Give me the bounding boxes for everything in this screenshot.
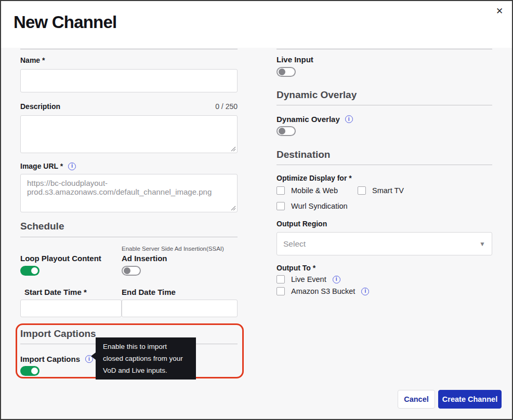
wurl-syndication-label: Wurl Syndication [291, 202, 348, 210]
resize-handle-icon[interactable] [230, 146, 236, 152]
dynamic-overlay-label: Dynamic Overlay [277, 115, 340, 124]
live-event-checkbox[interactable] [277, 275, 285, 283]
output-region-selected-value: Select [283, 239, 306, 249]
divider [277, 105, 492, 105]
description-textarea[interactable] [20, 115, 238, 153]
live-event-label: Live Event [291, 275, 326, 283]
toggle-knob [124, 267, 130, 274]
form-left-column: Name * Description 0 / 250 Image URL * i… [20, 48, 238, 378]
divider [20, 237, 238, 237]
optimize-display-label: Optimize Display for * [277, 174, 492, 182]
info-icon[interactable]: i [68, 162, 76, 170]
create-channel-button[interactable]: Create Channel [438, 390, 502, 409]
info-icon[interactable]: i [361, 288, 369, 295]
cancel-button[interactable]: Cancel [398, 390, 435, 409]
import-captions-label: Import Captions [20, 355, 80, 363]
dynamic-overlay-section-title: Dynamic Overlay [277, 89, 492, 101]
divider [20, 49, 238, 49]
form-right-column: Live Input Dynamic Overlay Dynamic Overl… [277, 48, 492, 295]
import-captions-toggle[interactable] [20, 366, 40, 376]
end-date-label: End Date Time [122, 288, 238, 296]
destination-section-title: Destination [277, 149, 492, 160]
ad-insertion-label: Ad Insertion [122, 254, 238, 263]
name-label: Name * [20, 56, 238, 64]
toggle-knob [279, 128, 285, 134]
end-date-input[interactable] [122, 300, 238, 317]
loop-playout-toggle[interactable] [20, 266, 40, 276]
close-icon[interactable]: ✕ [493, 5, 506, 18]
ssai-note: Enable Server Side Ad Insertion(SSAI) [122, 246, 238, 252]
mobile-web-label: Mobile & Web [291, 186, 338, 195]
smart-tv-checkbox[interactable] [358, 186, 366, 195]
info-icon[interactable]: i [333, 276, 340, 283]
live-input-toggle[interactable] [277, 67, 296, 77]
loop-playout-label: Loop Playout Content [20, 254, 122, 263]
amazon-s3-checkbox[interactable] [277, 287, 285, 295]
name-input[interactable] [20, 69, 238, 92]
schedule-section-title: Schedule [20, 221, 238, 232]
modal-header: New Channel ✕ [1, 1, 512, 48]
resize-handle-icon[interactable] [230, 205, 236, 211]
amazon-s3-label: Amazon S3 Bucket [291, 287, 355, 295]
new-channel-modal: New Channel ✕ Name * Description 0 / 250… [0, 0, 513, 420]
footer-actions: Cancel Create Channel [398, 390, 502, 409]
tooltip-text: Enable this to import closed captions fr… [103, 343, 183, 374]
smart-tv-label: Smart TV [372, 186, 404, 195]
start-date-label: Start Date Time * [20, 288, 122, 296]
start-date-input[interactable] [20, 300, 122, 317]
import-captions-tooltip: Enable this to import closed captions fr… [96, 337, 196, 380]
output-to-label: Output To * [277, 264, 492, 272]
output-region-label: Output Region [277, 220, 492, 228]
chevron-down-icon: ▼ [479, 240, 485, 248]
toggle-knob [31, 267, 38, 274]
mobile-web-checkbox[interactable] [277, 186, 285, 195]
image-url-textarea[interactable] [20, 174, 238, 212]
toggle-knob [279, 69, 285, 75]
live-input-label: Live Input [277, 55, 492, 64]
divider [277, 49, 492, 49]
output-region-select[interactable]: Select ▼ [277, 232, 492, 255]
ad-insertion-toggle[interactable] [122, 266, 141, 276]
dynamic-overlay-toggle[interactable] [277, 126, 296, 136]
description-char-counter: 0 / 250 [215, 102, 238, 111]
wurl-syndication-checkbox[interactable] [277, 202, 285, 210]
divider [277, 165, 492, 165]
info-icon[interactable]: i [345, 115, 353, 123]
image-url-label: Image URL * [20, 162, 63, 170]
page-title: New Channel [14, 12, 116, 32]
description-label: Description [20, 102, 60, 111]
toggle-knob [31, 368, 38, 374]
tooltip-arrow [91, 353, 96, 360]
